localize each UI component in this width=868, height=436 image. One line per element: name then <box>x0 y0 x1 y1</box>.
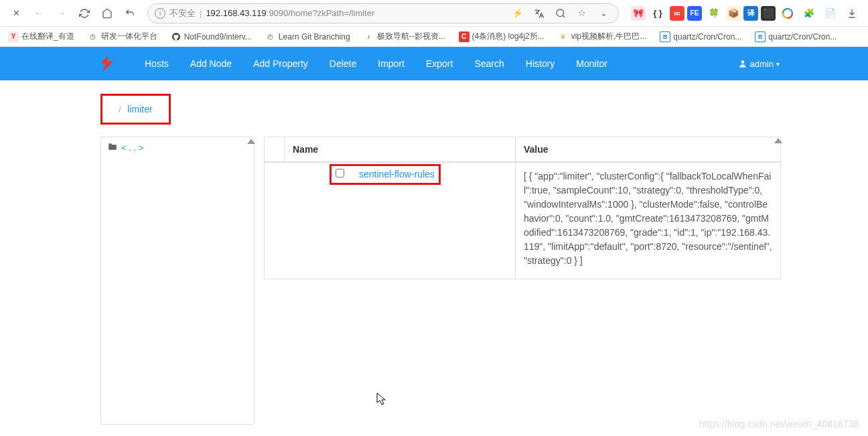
caret-down-icon: ▾ <box>776 60 780 68</box>
ext-icon-10[interactable]: 🧩 <box>800 4 818 23</box>
nav-add-node[interactable]: Add Node <box>179 47 242 80</box>
ext-icon-7[interactable]: 译 <box>743 6 758 21</box>
info-icon: i <box>155 8 165 19</box>
scroll-up-icon[interactable] <box>774 138 782 143</box>
undo-nav-button[interactable] <box>121 4 139 23</box>
nav-import[interactable]: Import <box>367 47 415 80</box>
separator: | <box>200 8 202 18</box>
node-value: [ { "app":"limiter", "clusterConfig":{ "… <box>516 162 781 279</box>
amp-icon[interactable]: ⚡ <box>510 5 526 21</box>
nav-history[interactable]: History <box>515 47 566 80</box>
bookmark-label: 在线翻译_有道 <box>21 31 74 42</box>
name-column-header: Name <box>285 137 516 163</box>
nav-export[interactable]: Export <box>415 47 463 80</box>
user-name: admin <box>750 59 774 69</box>
tree-parent-label: < . . > <box>121 143 143 153</box>
bookmark-item[interactable]: ♪ 极致导航--影视资... <box>361 29 448 44</box>
insecure-label: 不安全 <box>169 7 196 19</box>
svg-point-0 <box>557 9 564 17</box>
breadcrumb-link[interactable]: limiter <box>127 104 152 115</box>
nodes-table: Name Value sentinel-flow-rules [ { "app"… <box>264 137 781 279</box>
ext-icon-6[interactable]: 📦 <box>726 6 741 21</box>
home-button[interactable] <box>98 4 117 23</box>
bookmark-label: NotFound9/interv... <box>184 32 252 42</box>
bookmark-label: 极致导航--影视资... <box>377 31 445 42</box>
chevron-down-icon[interactable]: ⌄ <box>595 5 611 21</box>
bookmark-label: vip视频解析,牛巴巴... <box>571 31 647 42</box>
globe-icon: ◷ <box>88 31 98 42</box>
nav-monitor[interactable]: Monitor <box>565 47 618 80</box>
ext-icon-2[interactable]: { } <box>648 4 667 23</box>
bookmark-bar: Y 在线翻译_有道 ◷ 研发一体化平台 NotFound9/interv... … <box>0 27 868 47</box>
bejson-icon: B <box>660 31 670 42</box>
bookmark-label: 研发一体化平台 <box>101 31 157 42</box>
value-column-header: Value <box>516 137 781 163</box>
music-icon: ♪ <box>364 31 374 42</box>
bookmark-label: quartz/Cron/Cron... <box>768 32 837 42</box>
user-menu[interactable]: admin ▾ <box>730 59 788 69</box>
app-navbar: Hosts Add Node Add Property Delete Impor… <box>0 47 868 80</box>
bookmark-icon: Y <box>8 31 19 42</box>
ext-icon-3[interactable]: ∞ <box>670 6 684 21</box>
ext-icon-1[interactable]: 🎀 <box>631 6 646 21</box>
back-button[interactable]: ← <box>29 4 48 23</box>
user-icon <box>738 59 747 68</box>
bookmark-item[interactable]: B quartz/Cron/Cron... <box>657 30 744 44</box>
app-logo[interactable] <box>94 50 121 77</box>
ext-icon-4[interactable]: FE <box>687 6 702 21</box>
ext-icon-9[interactable] <box>778 4 797 23</box>
bookmark-item[interactable]: C (4条消息) log4j2所... <box>456 29 547 44</box>
browser-toolbar: ✕ ← → i 不安全 | 192.168.43.119:9090/home?z… <box>0 0 868 27</box>
bookmark-item[interactable]: B quartz/Cron/Cron... <box>752 30 839 44</box>
bookmark-item[interactable]: ♛ vip视频解析,牛巴巴... <box>555 29 650 44</box>
ext-icon-pdf[interactable]: 📄 <box>821 4 840 23</box>
ext-icon-5[interactable]: 🍀 <box>705 4 723 23</box>
scroll-up-icon[interactable] <box>247 139 255 144</box>
translate-icon[interactable] <box>531 5 547 21</box>
url-text: 192.168.43.119:9090/home?zkPath=/limiter <box>206 8 374 18</box>
checkbox-column-header <box>265 137 285 163</box>
data-pane: Name Value sentinel-flow-rules [ { "app"… <box>264 137 781 425</box>
breadcrumb: / limiter <box>100 94 171 125</box>
bookmark-label: (4条消息) log4j2所... <box>472 31 545 42</box>
bookmark-label: quartz/Cron/Cron... <box>673 32 741 42</box>
globe-icon: ◴ <box>265 31 276 42</box>
node-name-link[interactable]: sentinel-flow-rules <box>359 169 435 179</box>
row-checkbox[interactable] <box>336 169 344 177</box>
breadcrumb-separator: / <box>119 104 121 115</box>
bookmark-star-icon[interactable]: ☆ <box>574 5 590 21</box>
reload-button[interactable] <box>75 4 94 23</box>
github-icon <box>171 31 182 42</box>
extension-icons: 🎀 { } ∞ FE 🍀 📦 译 ⬛ 🧩 📄 <box>631 4 861 23</box>
table-row: sentinel-flow-rules [ { "app":"limiter",… <box>265 162 781 279</box>
nav-add-property[interactable]: Add Property <box>242 47 319 80</box>
forward-button[interactable]: → <box>52 4 71 23</box>
svg-point-5 <box>741 60 744 64</box>
crown-icon: ♛ <box>558 31 569 42</box>
tree-parent-link[interactable]: < . . > <box>108 143 247 153</box>
close-tab-button[interactable]: ✕ <box>7 4 25 23</box>
nav-delete[interactable]: Delete <box>319 47 367 80</box>
tree-pane: < . . > <box>100 137 255 425</box>
address-bar[interactable]: i 不安全 | 192.168.43.119:9090/home?zkPath=… <box>147 3 619 23</box>
bookmark-item[interactable]: ◷ 研发一体化平台 <box>85 29 160 44</box>
csdn-icon: C <box>459 31 469 42</box>
bookmark-item[interactable]: ◴ Learn Git Branching <box>263 30 353 44</box>
bookmark-label: Learn Git Branching <box>279 32 350 42</box>
nav-hosts[interactable]: Hosts <box>134 47 179 80</box>
nav-search[interactable]: Search <box>463 47 514 80</box>
bookmark-item[interactable]: Y 在线翻译_有道 <box>5 29 77 44</box>
ext-icon-8[interactable]: ⬛ <box>761 6 776 21</box>
folder-icon <box>108 143 117 153</box>
zoom-icon[interactable] <box>553 5 569 21</box>
bejson-icon: B <box>755 31 766 42</box>
bookmark-item[interactable]: NotFound9/interv... <box>168 30 255 44</box>
download-icon[interactable] <box>843 4 861 23</box>
